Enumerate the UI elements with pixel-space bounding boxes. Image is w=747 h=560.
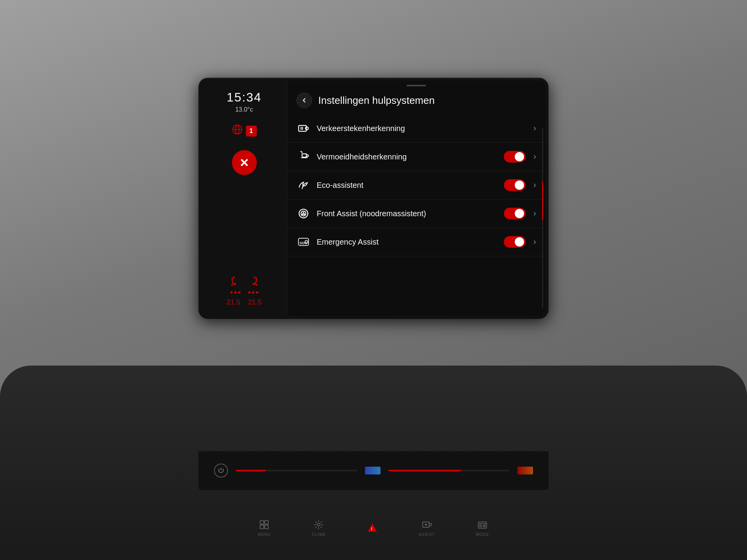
toggle-vermoeid[interactable] <box>504 151 526 163</box>
svg-text:!: ! <box>371 526 372 531</box>
menu-item-emergency[interactable]: SOS Emergency Assist › <box>287 228 545 256</box>
menu-label-verkeer: Verkeerstekenherkenning <box>317 124 532 133</box>
physical-controls <box>198 451 549 490</box>
nav-mode-button[interactable]: MODE <box>476 519 489 537</box>
svg-rect-19 <box>260 521 264 524</box>
coffee-icon <box>296 150 310 164</box>
toggle-eco[interactable] <box>504 179 526 191</box>
menu-scrollbar <box>542 128 543 308</box>
car-sign-icon <box>296 121 310 135</box>
menu-item-eco[interactable]: Eco-assistent › <box>287 171 545 200</box>
power-button[interactable] <box>214 464 228 478</box>
toggle-emergency[interactable] <box>504 236 526 248</box>
front-assist-icon <box>296 206 310 220</box>
temp-slider-fill <box>388 470 461 471</box>
toggle-front-knob <box>515 209 524 218</box>
nav-hazard-button[interactable]: ! <box>367 523 378 534</box>
chevron-verkeer: › <box>533 123 536 133</box>
chevron-vermoeid: › <box>533 152 536 162</box>
screen-bezel: 15:34 13.0°c 1 <box>198 78 549 319</box>
toggle-front[interactable] <box>504 208 526 219</box>
left-panel: 15:34 13.0°c 1 <box>202 81 287 316</box>
svg-point-13 <box>299 209 308 218</box>
right-seat-temp: 21.5 <box>248 298 262 306</box>
svg-text:SOS: SOS <box>300 241 307 245</box>
svg-point-23 <box>317 523 320 526</box>
svg-rect-22 <box>265 525 268 528</box>
heat-indicator <box>517 467 533 474</box>
menu-label-emergency: Emergency Assist <box>317 238 504 247</box>
menu-label-front: Front Assist (noodremassistent) <box>317 209 504 218</box>
time-display: 15:34 13.0°c <box>226 90 261 113</box>
globe-icon <box>232 124 243 138</box>
header: Instellingen hulpsystemen <box>287 88 545 114</box>
notification-badge[interactable]: 1 <box>246 126 257 136</box>
menu-list: Verkeerstekenherkenning › <box>287 114 545 316</box>
svg-rect-20 <box>260 525 264 528</box>
menu-item-vermoeid[interactable]: Vermoeidheidsherkenning › <box>287 143 545 171</box>
left-seat-temp: 21.5 <box>226 298 240 306</box>
nav-menu-button[interactable]: MENU <box>258 519 271 537</box>
nav-mode-label: MODE <box>476 532 489 537</box>
main-panel: Instellingen hulpsystemen <box>287 81 545 316</box>
close-button[interactable] <box>232 150 257 175</box>
svg-point-27 <box>429 523 432 526</box>
chevron-emergency: › <box>533 237 536 247</box>
left-seat-icon <box>230 276 240 287</box>
seat-controls: 21.5 21.5 <box>226 276 261 306</box>
back-button[interactable] <box>296 93 312 108</box>
svg-point-32 <box>480 525 482 527</box>
svg-point-8 <box>305 127 309 130</box>
svg-line-12 <box>302 186 303 189</box>
nav-clima-button[interactable]: CLIMA <box>312 519 326 537</box>
toggle-vermoeid-knob <box>515 152 524 161</box>
ac-indicator <box>365 467 381 474</box>
right-seat-icon <box>248 276 259 287</box>
screen: 15:34 13.0°c 1 <box>202 81 545 316</box>
left-seat-dots <box>230 291 240 294</box>
fan-slider-fill <box>236 470 266 471</box>
nav-menu-label: MENU <box>258 532 271 537</box>
menu-item-verkeer[interactable]: Verkeerstekenherkenning › <box>287 114 545 143</box>
notification-row: 1 <box>232 124 257 138</box>
seat-icons <box>230 276 259 287</box>
chevron-eco: › <box>533 180 536 190</box>
svg-point-33 <box>484 525 486 527</box>
eco-icon <box>296 178 310 192</box>
car-interior: 15:34 13.0°c 1 <box>0 0 747 560</box>
menu-label-vermoeid: Vermoeidheidsherkenning <box>317 152 504 161</box>
svg-point-6 <box>254 276 256 278</box>
nav-clima-label: CLIMA <box>312 532 326 537</box>
chevron-front: › <box>533 208 536 219</box>
scrollbar-thumb[interactable] <box>542 182 543 220</box>
bottom-nav: MENU CLIMA ! ASSIST <box>237 519 510 537</box>
svg-rect-21 <box>265 521 268 524</box>
menu-item-front[interactable]: Front Assist (noodremassistent) › <box>287 200 545 228</box>
menu-label-eco: Eco-assistent <box>317 181 504 190</box>
svg-rect-30 <box>479 522 487 528</box>
fan-slider[interactable] <box>236 470 357 471</box>
right-seat-dots <box>248 291 258 294</box>
page-title: Instellingen hulpsystemen <box>318 94 435 107</box>
drag-handle-line <box>407 85 426 86</box>
nav-assist-label: ASSIST <box>419 532 435 537</box>
temp-slider[interactable] <box>388 470 510 471</box>
clock: 15:34 <box>226 90 261 105</box>
outside-temp: 13.0°c <box>226 106 261 113</box>
sos-icon: SOS <box>296 235 310 249</box>
nav-assist-button[interactable]: ASSIST <box>419 519 435 537</box>
seat-temps: 21.5 21.5 <box>226 298 261 306</box>
drag-handle <box>287 81 545 88</box>
svg-point-5 <box>233 276 235 278</box>
toggle-eco-knob <box>515 180 524 190</box>
toggle-emergency-knob <box>515 237 524 247</box>
